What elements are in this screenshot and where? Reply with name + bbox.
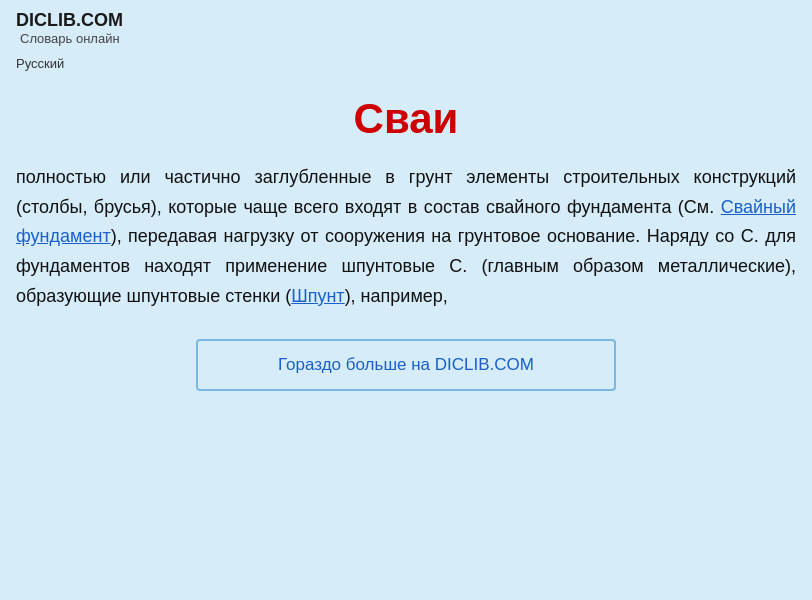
language-label: Русский <box>0 50 812 71</box>
definition-text: полностью или частично заглубленные в гр… <box>0 163 812 311</box>
cta-box[interactable]: Гораздо больше на DICLIB.COM <box>196 339 616 391</box>
site-header: DICLIB.COM Словарь онлайн <box>0 0 812 50</box>
site-subtitle: Словарь онлайн <box>16 31 796 46</box>
site-title: DICLIB.COM <box>16 10 796 31</box>
cta-label: Гораздо больше на DICLIB.COM <box>278 355 534 374</box>
definition-text-before-link: полностью или частично заглубленные в гр… <box>16 167 796 217</box>
word-heading: Сваи <box>0 95 812 143</box>
link-shpunt[interactable]: Шпунт <box>291 286 344 306</box>
definition-text-end: ), например, <box>345 286 448 306</box>
